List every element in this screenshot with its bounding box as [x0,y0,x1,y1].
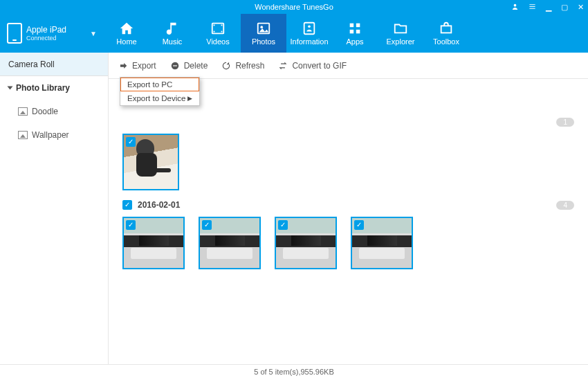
nav-tabs: Home Music Videos Photos Information App… [104,14,469,53]
content-pane: Export Delete Refresh Convert to GIF Exp… [109,53,588,364]
svg-rect-17 [441,26,452,33]
sidebar-item-camera-roll[interactable]: Camera Roll [0,53,108,76]
delete-button[interactable]: Delete [170,61,208,71]
tab-apps[interactable]: Apps [332,14,378,53]
photo-thumbnail[interactable] [122,134,179,190]
photo-thumbnail[interactable] [122,217,185,269]
checkbox-checked-icon[interactable] [126,137,136,147]
refresh-button[interactable]: Refresh [221,61,264,71]
image-icon [18,131,28,139]
sidebar-item-photo-library[interactable]: Photo Library [0,76,108,100]
caret-down-icon [8,87,13,90]
svg-rect-1 [529,4,535,5]
status-text: 5 of 5 item(s),955.96KB [254,368,334,376]
tab-photos[interactable]: Photos [241,14,286,53]
svg-point-0 [514,3,517,6]
svg-rect-2 [529,6,535,7]
checkbox-checked-icon[interactable] [126,220,136,230]
toolbar: Export Delete Refresh Convert to GIF [109,53,588,79]
photo-thumbnail[interactable] [199,217,261,269]
checkbox-checked-icon[interactable] [122,200,132,210]
tab-explorer[interactable]: Explorer [378,14,423,53]
status-bar: 5 of 5 item(s),955.96KB [0,364,588,378]
svg-rect-3 [529,8,535,8]
tab-videos[interactable]: Videos [195,14,241,53]
top-bar: Apple iPad Connected ▼ Home Music Videos… [0,14,588,53]
export-dropdown-menu: Export to PC Export to Device ▶ [120,77,200,106]
photo-gallery: 1 2016-02-01 4 [109,79,588,364]
chevron-down-icon: ▼ [90,30,97,37]
export-button[interactable]: Export [118,61,156,71]
menu-export-to-pc[interactable]: Export to PC [120,78,199,91]
image-icon [18,107,28,116]
tablet-icon [7,23,22,44]
svg-rect-8 [221,31,223,33]
svg-rect-11 [304,23,315,35]
tab-information[interactable]: Information [286,14,332,53]
checkbox-checked-icon[interactable] [354,220,364,230]
svg-rect-19 [173,65,177,66]
svg-point-12 [308,25,311,28]
group-count-badge: 1 [556,118,574,127]
maximize-button[interactable]: ▢ [561,3,568,12]
photo-thumbnail[interactable] [351,217,413,269]
group-count-badge: 4 [556,201,574,210]
app-title: Wondershare TunesGo [255,3,333,11]
user-icon[interactable] [511,3,519,12]
svg-point-10 [260,26,263,28]
device-name: Apple iPad [26,25,66,35]
svg-rect-7 [221,25,223,26]
convert-gif-button[interactable]: Convert to GIF [278,61,347,71]
menu-icon[interactable] [529,3,536,12]
group-date: 2016-02-01 [138,200,180,210]
checkbox-checked-icon[interactable] [278,220,288,230]
close-button[interactable]: ✕ [578,3,584,12]
svg-rect-15 [350,30,354,34]
svg-rect-5 [214,25,215,26]
menu-export-to-device[interactable]: Export to Device ▶ [120,91,199,105]
checkbox-checked-icon[interactable] [202,220,212,230]
chevron-right-icon: ▶ [187,95,192,102]
tab-toolbox[interactable]: Toolbox [423,14,469,53]
device-selector[interactable]: Apple iPad Connected ▼ [0,14,104,53]
photo-group-header: 1 [122,118,574,127]
svg-rect-6 [214,31,215,33]
tab-home[interactable]: Home [104,14,149,53]
photo-group-header: 2016-02-01 4 [122,200,574,210]
sidebar-item-wallpaper[interactable]: Wallpaper [0,123,108,147]
minimize-button[interactable]: ▁ [546,3,551,12]
svg-rect-16 [356,30,360,34]
svg-rect-13 [350,24,354,28]
sidebar-item-doodle[interactable]: Doodle [0,100,108,123]
device-status: Connected [26,35,66,42]
tab-music[interactable]: Music [149,14,195,53]
svg-rect-14 [356,24,360,28]
window-controls: ▁ ▢ ✕ [511,3,584,12]
photo-thumbnail[interactable] [275,217,337,269]
title-bar: Wondershare TunesGo ▁ ▢ ✕ [0,0,588,14]
sidebar: Camera Roll Photo Library Doodle Wallpap… [0,53,109,364]
